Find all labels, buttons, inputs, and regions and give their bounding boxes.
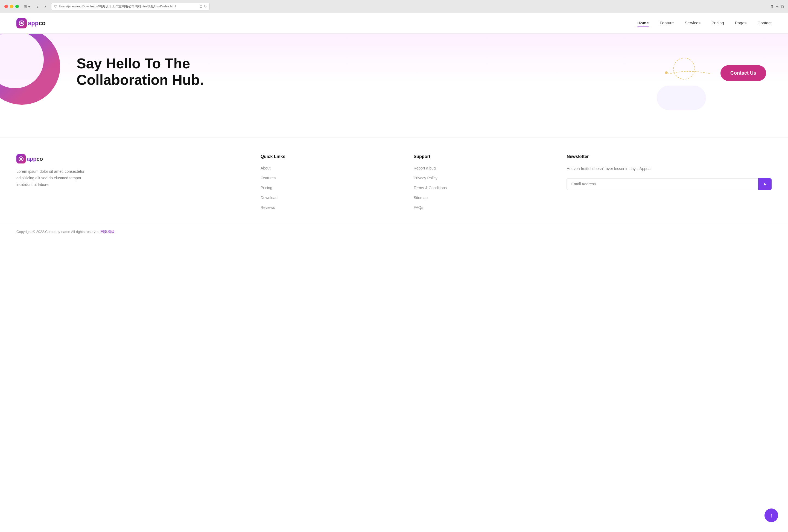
footer-bottom: Copyright © 2022.Company name All rights… [0, 224, 788, 240]
tabs-btn[interactable]: ⧉ [781, 4, 784, 9]
footer-brand-col: appco Lorem ipsum dolor sit amet, consec… [16, 154, 244, 210]
back-btn[interactable]: ‹ [35, 3, 40, 10]
footer-grid: appco Lorem ipsum dolor sit amet, consec… [16, 154, 772, 224]
shield-icon: 🛡 [54, 5, 57, 8]
reader-icon: ⊡ [200, 5, 202, 8]
nav-feature[interactable]: Feature [660, 20, 674, 26]
nav-home[interactable]: Home [637, 20, 649, 26]
browser-actions: ⬆ + ⧉ [770, 4, 784, 9]
deco-dot [665, 71, 668, 74]
nav-contact[interactable]: Contact [757, 20, 772, 26]
support-link-sitemap[interactable]: Sitemap [414, 195, 550, 200]
refresh-icon[interactable]: ↻ [204, 5, 207, 8]
newsletter-submit-button[interactable]: ➤ [758, 178, 772, 190]
newsletter-description: Heaven fruitful doesn't over lesser in d… [567, 166, 772, 172]
support-title: Support [414, 154, 550, 159]
nav-pages[interactable]: Pages [735, 20, 747, 26]
nav-services[interactable]: Services [685, 20, 701, 26]
support-link-terms[interactable]: Terms & Conditions [414, 185, 550, 190]
newsletter-form: ➤ [567, 178, 772, 190]
deco-circle [673, 58, 695, 80]
svg-point-1 [20, 22, 23, 24]
footer-logo-text: appco [27, 156, 43, 162]
footer-support-col: Support Report a bug Privacy Policy Term… [414, 154, 550, 210]
sidebar-toggle-btn[interactable]: ⊞ ▾ [22, 3, 32, 10]
svg-point-3 [20, 158, 22, 160]
quick-link-about[interactable]: About [260, 166, 397, 171]
hero-section: Say Hello To The Collaboration Hub. Cont… [0, 34, 788, 116]
quick-links-title: Quick Links [260, 154, 397, 159]
forward-btn[interactable]: › [43, 3, 47, 10]
address-text: Users/janewang/Downloads/网页设计工作室网络公司网站ht… [59, 4, 198, 8]
footer-quick-links-col: Quick Links About Features Pricing Downl… [260, 154, 397, 210]
footer-logo: appco [16, 154, 244, 163]
support-link-report-bug[interactable]: Report a bug [414, 166, 550, 171]
dot-red[interactable] [4, 5, 8, 8]
logo-icon [16, 18, 27, 28]
content-spacer [0, 116, 788, 138]
support-links-list: Report a bug Privacy Policy Terms & Cond… [414, 166, 550, 210]
quick-links-list: About Features Pricing Download Reviews [260, 166, 397, 210]
send-icon: ➤ [763, 181, 767, 187]
browser-chrome: ⊞ ▾ ‹ › 🛡 Users/janewang/Downloads/网页设计工… [0, 0, 788, 13]
footer: appco Lorem ipsum dolor sit amet, consec… [0, 138, 788, 224]
email-input[interactable] [567, 178, 758, 190]
copyright-text: Copyright © 2022.Company name All rights… [16, 229, 115, 234]
support-link-privacy[interactable]: Privacy Policy [414, 176, 550, 180]
hero-content: Say Hello To The Collaboration Hub. [16, 56, 204, 88]
footer-logo-icon [16, 154, 26, 163]
dot-green[interactable] [15, 5, 19, 8]
quick-link-reviews[interactable]: Reviews [260, 205, 397, 210]
nav-pricing[interactable]: Pricing [711, 20, 724, 26]
hero-decorations [668, 66, 711, 83]
dot-yellow[interactable] [10, 5, 14, 8]
footer-description: Lorem ipsum dolor sit amet, consectetur … [16, 169, 93, 188]
copyright-link[interactable]: 网页模板 [100, 230, 115, 234]
nav-links: Home Feature Services Pricing Pages Cont… [637, 20, 772, 26]
new-tab-btn[interactable]: + [776, 4, 779, 9]
logo[interactable]: appco [16, 18, 46, 28]
footer-newsletter-col: Newsletter Heaven fruitful doesn't over … [567, 154, 772, 210]
hero-title: Say Hello To The Collaboration Hub. [77, 56, 204, 88]
quick-link-features[interactable]: Features [260, 176, 397, 180]
quick-link-download[interactable]: Download [260, 195, 397, 200]
quick-link-pricing[interactable]: Pricing [260, 185, 397, 190]
support-link-faqs[interactable]: FAQs [414, 205, 550, 210]
browser-dots [4, 5, 19, 8]
logo-text: appco [28, 20, 46, 27]
address-bar[interactable]: 🛡 Users/janewang/Downloads/网页设计工作室网络公司网站… [51, 3, 210, 11]
share-btn[interactable]: ⬆ [770, 4, 774, 9]
newsletter-title: Newsletter [567, 154, 772, 159]
contact-us-button[interactable]: Contact Us [721, 65, 766, 81]
cloud-shape [657, 85, 706, 110]
navbar: appco Home Feature Services Pricing Page… [0, 13, 788, 34]
